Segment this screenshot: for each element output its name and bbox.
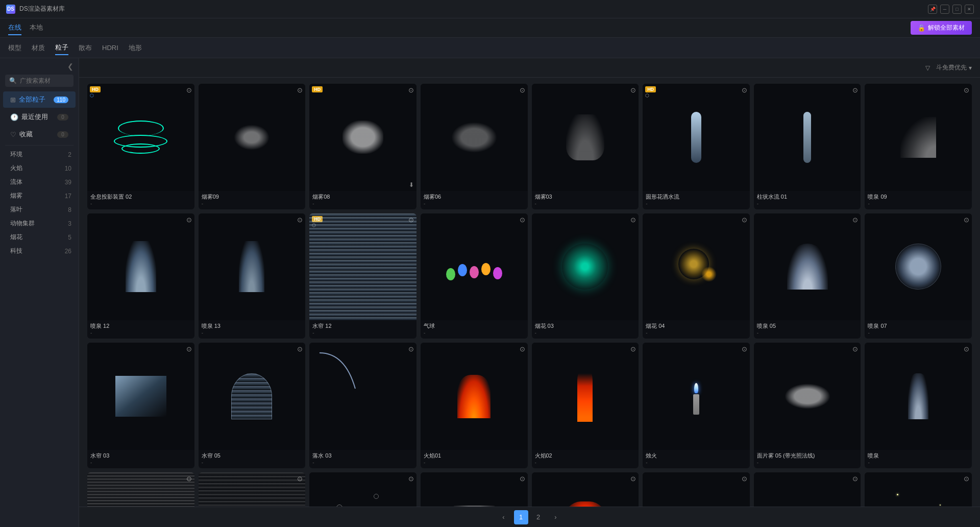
grid-item-21[interactable]: ⊙ 火焰02 - — [532, 343, 639, 468]
sidebar-sub-count: 39 — [65, 179, 71, 186]
grid-item-28[interactable]: ⊙ 瀑布 - — [421, 472, 528, 507]
sidebar-item-firework[interactable]: 烟花 5 — [0, 230, 79, 244]
overlay-icons-16: ⊙ — [964, 216, 969, 224]
sidebar-item-all[interactable]: ⊞ 全部粒子 110 — [3, 91, 76, 108]
grid-item-sub-17: - — [90, 460, 191, 465]
grid-item-24[interactable]: ⊙ 喷泉 - — [865, 343, 972, 468]
grid-item-30[interactable]: ⊙ 面片雾 01 - — [643, 472, 750, 507]
sidebar-count-recent: 0 — [57, 114, 68, 121]
grid-item-name-15: 喷泉 05 — [757, 322, 858, 330]
sidebar-item-fluid[interactable]: 流体 39 — [0, 175, 79, 189]
minimize-button[interactable]: ─ — [940, 5, 949, 14]
grid-item-sub-16: - — [868, 330, 969, 336]
grid-item-6[interactable]: HD ⬡ ⊙ 圆形花洒水流 - — [643, 84, 750, 209]
grid-item-name-11: 水帘 12 — [312, 322, 413, 330]
grid-item-sub-5: - — [535, 201, 636, 206]
grid-item-13[interactable]: ⊙ 烟花 03 - — [532, 213, 639, 339]
grid-item-11[interactable]: HD ⬡ ⊙ 水帘 12 - — [309, 213, 416, 339]
grid-item-10[interactable]: ⊙ 喷泉 13 - — [199, 213, 306, 339]
grid-item-17[interactable]: ⊙ 水帘 03 - — [87, 343, 194, 468]
grid-item-info-17: 水帘 03 - — [87, 450, 194, 468]
grid-item-sub-23: - — [757, 460, 858, 465]
sidebar-sub-label: 落叶 — [10, 205, 68, 214]
content-area: ▽ 斗免费优先 ▾ HD ⬡ — [79, 58, 980, 527]
grid-item-20[interactable]: ⊙ 火焰01 - — [421, 343, 528, 468]
search-input[interactable] — [20, 77, 69, 84]
title-bar: DS DS渲染器素材库 📌 ─ □ ✕ — [0, 0, 980, 18]
grid-item-8[interactable]: ⊙ 喷泉 09 - — [865, 84, 972, 209]
download-icon-3: ⬇ — [409, 181, 414, 188]
grid-item-9[interactable]: ⊙ 喷泉 12 - — [87, 213, 194, 339]
grid-item-name-22: 烛火 — [646, 452, 747, 460]
grid-item-info-22: 烛火 - — [643, 450, 750, 468]
sidebar-item-favorites[interactable]: ♡ 收藏 0 — [3, 126, 76, 142]
sidebar-item-leaves[interactable]: 落叶 8 — [0, 203, 79, 217]
grid-item-23[interactable]: ⊙ 面片雾 05 (带光照法线) - — [754, 343, 861, 468]
grid-item-25[interactable]: ⊙ 水帘01 - — [87, 472, 194, 507]
grid-item-26[interactable]: ⊙ 水帘02 - — [199, 472, 306, 507]
cat-tab-terrain[interactable]: 地形 — [129, 41, 142, 55]
thumbnail-11: HD ⬡ ⊙ — [309, 213, 416, 321]
sidebar-sub-label: 烟雾 — [10, 191, 65, 200]
sort-label: 斗免费优先 — [936, 63, 967, 72]
grid-item-22[interactable]: ⊙ 烛火 - — [643, 343, 750, 468]
thumbnail-10: ⊙ — [199, 213, 306, 321]
grid-item-31[interactable]: ⊙ 面片雾 07 (带光照法线) - — [754, 472, 861, 507]
mode-tab-local[interactable]: 本地 — [30, 21, 43, 35]
thumbnail-29: ⊙ — [532, 472, 639, 507]
grid-item-2[interactable]: ⊙ 烟雾09 - — [199, 84, 306, 209]
thumbnail-16: ⊙ — [865, 213, 972, 321]
page-next-button[interactable]: › — [549, 510, 563, 524]
cat-tab-material[interactable]: 材质 — [32, 41, 45, 55]
thumbnail-9: ⊙ — [87, 213, 194, 321]
grid-item-name-7: 柱状水流 01 — [757, 193, 858, 201]
grid-item-name-4: 烟雾06 — [424, 193, 525, 201]
grid-item-sub-15: - — [757, 330, 858, 336]
grid-item-32[interactable]: ⊙ 萤火虫 - — [865, 472, 972, 507]
lock-icon: 🔓 — [918, 25, 925, 32]
page-2-button[interactable]: 2 — [531, 510, 546, 524]
grid-item-16[interactable]: ⊙ 喷泉 07 - — [865, 213, 972, 339]
grid-item-7[interactable]: ⊙ 柱状水流 01 - — [754, 84, 861, 209]
filter-button[interactable]: ▽ — [925, 64, 930, 71]
grid-item-19[interactable]: ⊙ 落水 03 - — [309, 343, 416, 468]
sidebar-item-tech[interactable]: 科技 26 — [0, 244, 79, 258]
pin-button[interactable]: 📌 — [928, 5, 937, 14]
cat-tab-scatter[interactable]: 散布 — [79, 41, 92, 55]
sidebar-item-environment[interactable]: 环境 2 — [0, 148, 79, 161]
sidebar-item-fire[interactable]: 火焰 10 — [0, 161, 79, 175]
grid-item-sub-1: - — [90, 201, 191, 206]
thumbnail-8: ⊙ — [865, 84, 972, 191]
mode-tab-online[interactable]: 在线 — [8, 21, 21, 35]
grid-item-info-15: 喷泉 05 - — [754, 320, 861, 339]
grid-item-1[interactable]: HD ⬡ ⊙ 全息投影装置 02 - — [87, 84, 194, 209]
overlay-icons-3: ⊙ — [408, 86, 414, 94]
collapse-button[interactable]: ❮ — [67, 62, 74, 70]
grid-item-15[interactable]: ⊙ 喷泉 05 - — [754, 213, 861, 339]
grid-item-4[interactable]: ⊙ 烟雾06 - — [421, 84, 528, 209]
sidebar-sub-count: 8 — [68, 206, 71, 213]
unlock-button[interactable]: 🔓 解锁全部素材 — [911, 21, 972, 35]
grid-item-3[interactable]: HD ⊙ ⬇ 烟雾08 - — [309, 84, 416, 209]
maximize-button[interactable]: □ — [952, 5, 962, 14]
grid-item-29[interactable]: ⊙ 火焰05 - — [532, 472, 639, 507]
grid-item-14[interactable]: ⊙ 烟花 04 - — [643, 213, 750, 339]
cat-tab-hdri[interactable]: HDRI — [102, 42, 118, 54]
cat-tab-particle[interactable]: 粒子 — [55, 41, 68, 55]
sidebar-sub-label: 环境 — [10, 150, 68, 159]
page-1-button[interactable]: 1 — [514, 510, 528, 524]
sidebar-item-smoke[interactable]: 烟雾 17 — [0, 189, 79, 203]
page-prev-button[interactable]: ‹ — [497, 510, 511, 524]
sort-button[interactable]: 斗免费优先 ▾ — [936, 63, 972, 72]
main-layout: ❮ 🔍 ⊞ 全部粒子 110 🕐 最近使用 0 ♡ 收藏 0 环境 2 火焰 — [0, 58, 980, 527]
close-button[interactable]: ✕ — [965, 5, 974, 14]
grid-item-12[interactable]: ⊙ 气球 - — [421, 213, 528, 339]
grid-item-5[interactable]: ⊙ 烟雾03 - — [532, 84, 639, 209]
sidebar-item-animals[interactable]: 动物集群 3 — [0, 217, 79, 230]
overlay-icons-7: ⊙ — [852, 86, 858, 94]
grid-item-27[interactable]: ⊙ 泡泡03 - — [309, 472, 416, 507]
grid-item-info-7: 柱状水流 01 - — [754, 191, 861, 209]
cat-tab-model[interactable]: 模型 — [8, 41, 21, 55]
sidebar-item-recent[interactable]: 🕐 最近使用 0 — [3, 109, 76, 125]
grid-item-18[interactable]: ⊙ 水帘 05 - — [199, 343, 306, 468]
